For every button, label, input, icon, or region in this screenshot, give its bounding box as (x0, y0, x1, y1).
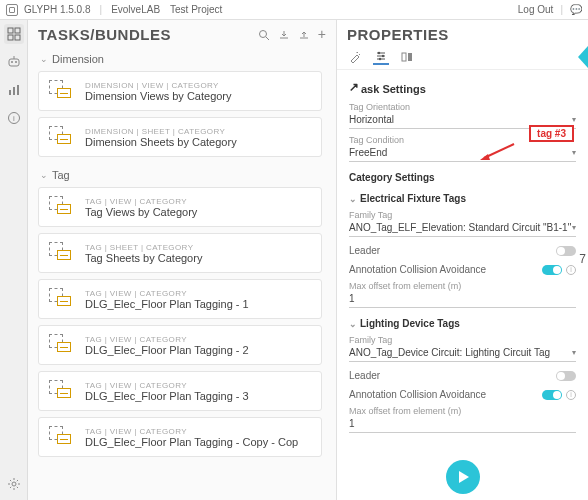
family-tag-label: Family Tag (349, 210, 576, 220)
tasks-panel: TASKS/BUNDLES + ⌄ Dimension (28, 20, 336, 500)
task-thumb-icon (49, 80, 75, 102)
cursor-icon (349, 82, 359, 96)
info-icon[interactable]: i (566, 390, 576, 400)
family-tag-select[interactable]: ANO_Tag_ELF_Elevation: Standard Circuit … (349, 220, 576, 237)
task-thumb-icon (49, 288, 75, 310)
leader-toggle[interactable] (556, 246, 576, 256)
svg-rect-3 (15, 35, 20, 40)
family-tag-select[interactable]: ANO_Tag_Device Circuit: Lighting Circuit… (349, 345, 576, 362)
svg-rect-2 (8, 35, 13, 40)
task-card[interactable]: TAG | VIEW | CATEGORY DLG_Elec_Floor Pla… (38, 371, 322, 411)
task-crumb: DIMENSION | SHEET | CATEGORY (85, 127, 237, 136)
task-card[interactable]: DIMENSION | SHEET | CATEGORY Dimension S… (38, 117, 322, 157)
offset-input[interactable]: 1 (349, 291, 576, 308)
task-settings-heading: ask Settings (349, 82, 576, 96)
run-button[interactable] (446, 460, 480, 494)
aca-toggle[interactable] (542, 265, 562, 275)
svg-line-19 (16, 487, 17, 488)
orientation-label: Tag Orientation (349, 102, 576, 112)
svg-rect-30 (402, 53, 406, 61)
task-title: DLG_Elec_Floor Plan Tagging - 1 (85, 298, 249, 310)
chevron-down-icon: ⌄ (40, 170, 48, 180)
chevron-down-icon: ⌄ (349, 319, 357, 329)
group-tag[interactable]: ⌄ Tag (38, 163, 322, 187)
svg-line-21 (16, 480, 17, 481)
task-crumb: TAG | VIEW | CATEGORY (85, 427, 298, 436)
chevron-down-icon: ⌄ (40, 54, 48, 64)
info-icon[interactable]: i (566, 265, 576, 275)
task-title: DLG_Elec_Floor Plan Tagging - 3 (85, 390, 249, 402)
task-thumb-icon (49, 126, 75, 148)
tasks-export-icon[interactable] (298, 29, 310, 41)
tab-sliders-icon[interactable] (373, 49, 389, 65)
tab-panels-icon[interactable] (399, 49, 415, 65)
task-card[interactable]: TAG | SHEET | CATEGORY Tag Sheets by Cat… (38, 233, 322, 273)
task-card[interactable]: TAG | VIEW | CATEGORY DLG_Elec_Floor Pla… (38, 279, 322, 319)
nav-tasks-icon[interactable] (4, 24, 24, 44)
svg-text:i: i (13, 114, 15, 123)
task-card[interactable]: TAG | VIEW | CATEGORY DLG_Elec_Floor Pla… (38, 325, 322, 365)
task-title: Dimension Views by Category (85, 90, 232, 102)
leader-label: Leader (349, 245, 380, 256)
nav-settings-icon[interactable] (4, 474, 24, 494)
task-crumb: TAG | VIEW | CATEGORY (85, 197, 197, 206)
svg-point-29 (379, 58, 381, 60)
task-thumb-icon (49, 380, 75, 402)
task-thumb-icon (49, 196, 75, 218)
aca-toggle[interactable] (542, 390, 562, 400)
leader-toggle[interactable] (556, 371, 576, 381)
group-dimension[interactable]: ⌄ Dimension (38, 47, 322, 71)
task-thumb-icon (49, 334, 75, 356)
side-number: 7 (579, 252, 586, 266)
chevron-down-icon: ▾ (572, 223, 576, 232)
task-thumb-icon (49, 242, 75, 264)
svg-point-13 (12, 482, 16, 486)
task-card[interactable]: TAG | VIEW | CATEGORY DLG_Elec_Floor Pla… (38, 417, 322, 457)
svg-line-18 (10, 480, 11, 481)
properties-panel: 7 PROPERTIES ask Settings Tag Orientatio… (336, 20, 588, 500)
task-title: DLG_Elec_Floor Plan Tagging - Copy - Cop (85, 436, 298, 448)
task-crumb: DIMENSION | VIEW | CATEGORY (85, 81, 232, 90)
family-tag-label: Family Tag (349, 335, 576, 345)
offset-label: Max offset from element (m) (349, 406, 576, 416)
task-crumb: TAG | VIEW | CATEGORY (85, 289, 249, 298)
tab-magic-icon[interactable] (347, 49, 363, 65)
offset-label: Max offset from element (m) (349, 281, 576, 291)
aca-label: Annotation Collision Avoidance (349, 264, 486, 275)
svg-rect-8 (9, 90, 11, 95)
condition-select[interactable]: FreeEnd ▾ (349, 145, 576, 162)
offset-input[interactable]: 1 (349, 416, 576, 433)
tasks-add-icon[interactable]: + (318, 29, 326, 41)
task-card[interactable]: DIMENSION | VIEW | CATEGORY Dimension Vi… (38, 71, 322, 111)
svg-point-5 (11, 61, 13, 63)
nav-stats-icon[interactable] (4, 80, 24, 100)
titlebar: GLYPH 1.5.0.8 | EvolveLAB Test Project L… (0, 0, 588, 20)
svg-rect-10 (17, 85, 19, 95)
logout-link[interactable]: Log Out (518, 4, 554, 15)
nav-info-icon[interactable]: i (4, 108, 24, 128)
svg-point-22 (259, 30, 266, 37)
task-title: Tag Views by Category (85, 206, 197, 218)
vendor-name: EvolveLAB (111, 4, 160, 15)
nav-ai-icon[interactable] (4, 52, 24, 72)
group-label: Tag (52, 169, 70, 181)
svg-line-20 (10, 487, 11, 488)
svg-point-27 (378, 52, 380, 54)
chevron-down-icon: ▾ (572, 348, 576, 357)
leader-label: Leader (349, 370, 380, 381)
svg-line-23 (266, 37, 269, 40)
cat-electrical-fixture[interactable]: ⌄ Electrical Fixture Tags (349, 193, 576, 204)
tasks-search-icon[interactable] (258, 29, 270, 41)
svg-rect-1 (15, 28, 20, 33)
feedback-icon[interactable]: 💬 (570, 4, 582, 15)
svg-rect-9 (13, 87, 15, 95)
tasks-import-icon[interactable] (278, 29, 290, 41)
task-card[interactable]: TAG | VIEW | CATEGORY Tag Views by Categ… (38, 187, 322, 227)
annotation-label: tag #3 (529, 125, 574, 142)
chevron-down-icon: ▾ (572, 148, 576, 157)
chevron-down-icon: ▾ (572, 115, 576, 124)
task-title: Tag Sheets by Category (85, 252, 202, 264)
cat-lighting-device[interactable]: ⌄ Lighting Device Tags (349, 318, 576, 329)
svg-rect-4 (9, 59, 19, 66)
task-crumb: TAG | SHEET | CATEGORY (85, 243, 202, 252)
